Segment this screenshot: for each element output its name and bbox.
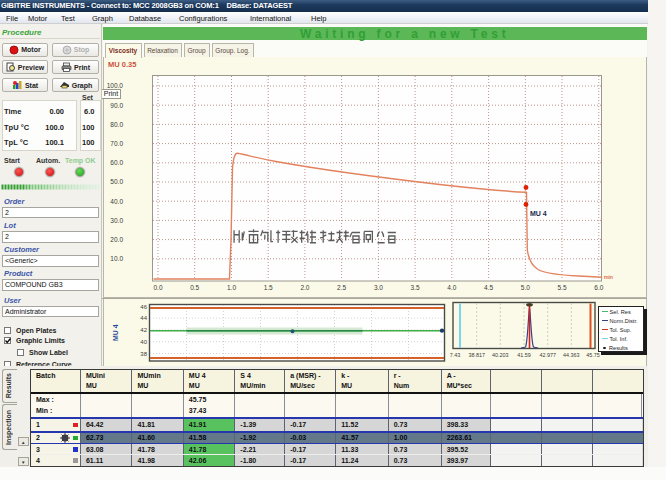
svg-text:7.43: 7.43 [449, 352, 460, 358]
svg-text:80.0: 80.0 [110, 121, 123, 128]
svg-text:30.0: 30.0 [110, 217, 123, 224]
svg-text:46: 46 [140, 303, 147, 309]
svg-text:4.0: 4.0 [447, 284, 456, 291]
svg-text:38.817: 38.817 [468, 352, 485, 358]
svg-text:41.59: 41.59 [517, 352, 531, 358]
svg-text:40.0: 40.0 [110, 198, 123, 205]
svg-text:3.5: 3.5 [410, 284, 419, 291]
svg-text:42.977: 42.977 [539, 352, 556, 358]
svg-text:5.5: 5.5 [557, 284, 566, 291]
svg-text:40.203: 40.203 [492, 352, 509, 358]
svg-text:45.75: 45.75 [586, 352, 600, 358]
svg-text:5.0: 5.0 [520, 284, 529, 291]
svg-text:60.0: 60.0 [110, 159, 123, 166]
svg-text:MU 4: MU 4 [111, 324, 118, 341]
svg-text:44: 44 [140, 315, 147, 321]
svg-text:20.0: 20.0 [110, 236, 123, 243]
svg-text:min: min [604, 274, 613, 280]
svg-text:0.5: 0.5 [190, 284, 199, 291]
svg-text:1.5: 1.5 [263, 284, 272, 291]
svg-text:10.0: 10.0 [110, 255, 123, 262]
svg-text:40: 40 [140, 338, 147, 344]
svg-text:0.0: 0.0 [153, 284, 162, 291]
svg-text:50.0: 50.0 [110, 178, 123, 185]
svg-text:4.5: 4.5 [484, 284, 493, 291]
svg-text:1.0: 1.0 [226, 284, 235, 291]
svg-text:6.0: 6.0 [594, 284, 603, 291]
svg-text:44.363: 44.363 [563, 352, 580, 358]
svg-text:3.0: 3.0 [373, 284, 382, 291]
svg-text:38: 38 [140, 350, 147, 356]
svg-text:42: 42 [140, 327, 147, 333]
svg-text:2.5: 2.5 [337, 284, 346, 291]
svg-text:2.0: 2.0 [300, 284, 309, 291]
svg-text:90.0: 90.0 [110, 102, 123, 109]
svg-text:70.0: 70.0 [110, 140, 123, 147]
svg-text:MU 4: MU 4 [530, 210, 547, 217]
